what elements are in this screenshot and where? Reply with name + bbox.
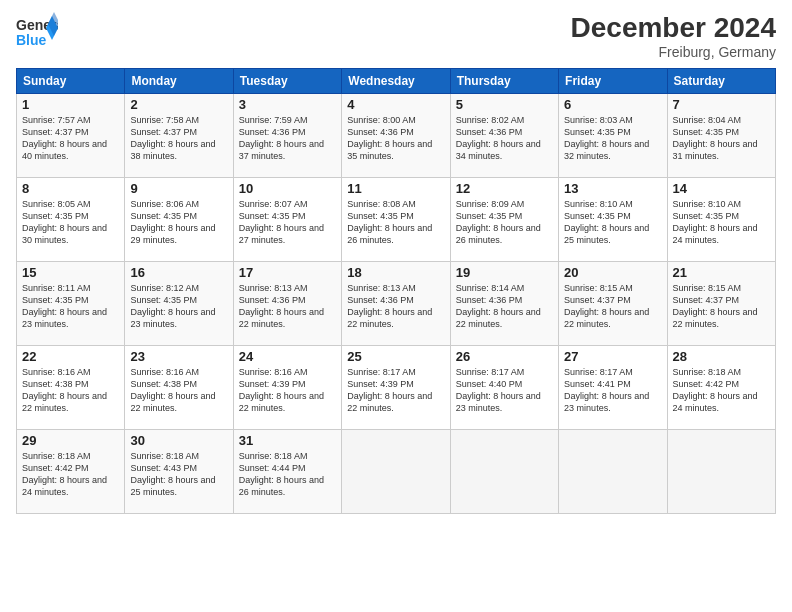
day-info: Sunrise: 8:11 AMSunset: 4:35 PMDaylight:… <box>22 282 119 331</box>
day-info: Sunrise: 8:17 AMSunset: 4:39 PMDaylight:… <box>347 366 444 415</box>
page-container: General Blue December 2024 Freiburg, Ger… <box>0 0 792 612</box>
calendar-header-row: SundayMondayTuesdayWednesdayThursdayFrid… <box>17 69 776 94</box>
day-number: 19 <box>456 265 553 280</box>
day-number: 23 <box>130 349 227 364</box>
day-number: 7 <box>673 97 770 112</box>
title-section: December 2024 Freiburg, Germany <box>571 12 776 60</box>
calendar-day-cell: 11Sunrise: 8:08 AMSunset: 4:35 PMDayligh… <box>342 178 450 262</box>
day-number: 31 <box>239 433 336 448</box>
day-number: 28 <box>673 349 770 364</box>
day-info: Sunrise: 7:57 AMSunset: 4:37 PMDaylight:… <box>22 114 119 163</box>
calendar-day-cell: 12Sunrise: 8:09 AMSunset: 4:35 PMDayligh… <box>450 178 558 262</box>
calendar-day-cell <box>450 430 558 514</box>
day-number: 20 <box>564 265 661 280</box>
day-number: 17 <box>239 265 336 280</box>
logo-icon: General Blue <box>16 12 58 50</box>
calendar-day-cell: 17Sunrise: 8:13 AMSunset: 4:36 PMDayligh… <box>233 262 341 346</box>
calendar-day-cell: 23Sunrise: 8:16 AMSunset: 4:38 PMDayligh… <box>125 346 233 430</box>
day-info: Sunrise: 8:16 AMSunset: 4:38 PMDaylight:… <box>130 366 227 415</box>
calendar-day-cell: 14Sunrise: 8:10 AMSunset: 4:35 PMDayligh… <box>667 178 775 262</box>
day-number: 9 <box>130 181 227 196</box>
calendar-week-row: 22Sunrise: 8:16 AMSunset: 4:38 PMDayligh… <box>17 346 776 430</box>
day-info: Sunrise: 8:18 AMSunset: 4:42 PMDaylight:… <box>673 366 770 415</box>
calendar-day-cell: 28Sunrise: 8:18 AMSunset: 4:42 PMDayligh… <box>667 346 775 430</box>
day-info: Sunrise: 8:09 AMSunset: 4:35 PMDaylight:… <box>456 198 553 247</box>
day-number: 11 <box>347 181 444 196</box>
day-number: 21 <box>673 265 770 280</box>
day-header-sunday: Sunday <box>17 69 125 94</box>
day-number: 26 <box>456 349 553 364</box>
calendar-week-row: 8Sunrise: 8:05 AMSunset: 4:35 PMDaylight… <box>17 178 776 262</box>
svg-text:Blue: Blue <box>16 32 47 48</box>
day-info: Sunrise: 8:13 AMSunset: 4:36 PMDaylight:… <box>347 282 444 331</box>
calendar-day-cell: 26Sunrise: 8:17 AMSunset: 4:40 PMDayligh… <box>450 346 558 430</box>
day-info: Sunrise: 8:16 AMSunset: 4:38 PMDaylight:… <box>22 366 119 415</box>
day-info: Sunrise: 8:05 AMSunset: 4:35 PMDaylight:… <box>22 198 119 247</box>
day-info: Sunrise: 8:00 AMSunset: 4:36 PMDaylight:… <box>347 114 444 163</box>
day-number: 3 <box>239 97 336 112</box>
calendar-day-cell: 24Sunrise: 8:16 AMSunset: 4:39 PMDayligh… <box>233 346 341 430</box>
day-number: 2 <box>130 97 227 112</box>
day-number: 8 <box>22 181 119 196</box>
day-info: Sunrise: 7:58 AMSunset: 4:37 PMDaylight:… <box>130 114 227 163</box>
calendar-day-cell: 5Sunrise: 8:02 AMSunset: 4:36 PMDaylight… <box>450 94 558 178</box>
calendar-day-cell: 1Sunrise: 7:57 AMSunset: 4:37 PMDaylight… <box>17 94 125 178</box>
day-info: Sunrise: 8:08 AMSunset: 4:35 PMDaylight:… <box>347 198 444 247</box>
calendar-day-cell: 31Sunrise: 8:18 AMSunset: 4:44 PMDayligh… <box>233 430 341 514</box>
calendar-week-row: 29Sunrise: 8:18 AMSunset: 4:42 PMDayligh… <box>17 430 776 514</box>
page-header: General Blue December 2024 Freiburg, Ger… <box>16 12 776 60</box>
day-number: 27 <box>564 349 661 364</box>
calendar-day-cell: 10Sunrise: 8:07 AMSunset: 4:35 PMDayligh… <box>233 178 341 262</box>
calendar-day-cell: 21Sunrise: 8:15 AMSunset: 4:37 PMDayligh… <box>667 262 775 346</box>
calendar-day-cell: 3Sunrise: 7:59 AMSunset: 4:36 PMDaylight… <box>233 94 341 178</box>
day-info: Sunrise: 8:18 AMSunset: 4:42 PMDaylight:… <box>22 450 119 499</box>
day-info: Sunrise: 8:10 AMSunset: 4:35 PMDaylight:… <box>673 198 770 247</box>
location-subtitle: Freiburg, Germany <box>571 44 776 60</box>
day-header-friday: Friday <box>559 69 667 94</box>
day-number: 24 <box>239 349 336 364</box>
day-number: 30 <box>130 433 227 448</box>
day-number: 18 <box>347 265 444 280</box>
day-number: 15 <box>22 265 119 280</box>
day-info: Sunrise: 8:04 AMSunset: 4:35 PMDaylight:… <box>673 114 770 163</box>
calendar-day-cell: 7Sunrise: 8:04 AMSunset: 4:35 PMDaylight… <box>667 94 775 178</box>
day-info: Sunrise: 8:03 AMSunset: 4:35 PMDaylight:… <box>564 114 661 163</box>
day-info: Sunrise: 8:15 AMSunset: 4:37 PMDaylight:… <box>673 282 770 331</box>
day-info: Sunrise: 8:02 AMSunset: 4:36 PMDaylight:… <box>456 114 553 163</box>
calendar-day-cell: 16Sunrise: 8:12 AMSunset: 4:35 PMDayligh… <box>125 262 233 346</box>
day-header-wednesday: Wednesday <box>342 69 450 94</box>
day-number: 6 <box>564 97 661 112</box>
month-title: December 2024 <box>571 12 776 44</box>
calendar-day-cell: 18Sunrise: 8:13 AMSunset: 4:36 PMDayligh… <box>342 262 450 346</box>
calendar-day-cell: 25Sunrise: 8:17 AMSunset: 4:39 PMDayligh… <box>342 346 450 430</box>
calendar-day-cell: 20Sunrise: 8:15 AMSunset: 4:37 PMDayligh… <box>559 262 667 346</box>
day-info: Sunrise: 8:06 AMSunset: 4:35 PMDaylight:… <box>130 198 227 247</box>
day-info: Sunrise: 8:14 AMSunset: 4:36 PMDaylight:… <box>456 282 553 331</box>
day-header-tuesday: Tuesday <box>233 69 341 94</box>
calendar-day-cell: 6Sunrise: 8:03 AMSunset: 4:35 PMDaylight… <box>559 94 667 178</box>
calendar-day-cell <box>667 430 775 514</box>
day-number: 4 <box>347 97 444 112</box>
day-info: Sunrise: 8:17 AMSunset: 4:41 PMDaylight:… <box>564 366 661 415</box>
calendar-day-cell: 13Sunrise: 8:10 AMSunset: 4:35 PMDayligh… <box>559 178 667 262</box>
day-info: Sunrise: 8:13 AMSunset: 4:36 PMDaylight:… <box>239 282 336 331</box>
calendar-day-cell: 9Sunrise: 8:06 AMSunset: 4:35 PMDaylight… <box>125 178 233 262</box>
day-number: 12 <box>456 181 553 196</box>
day-number: 5 <box>456 97 553 112</box>
day-info: Sunrise: 8:18 AMSunset: 4:43 PMDaylight:… <box>130 450 227 499</box>
day-info: Sunrise: 8:10 AMSunset: 4:35 PMDaylight:… <box>564 198 661 247</box>
calendar-day-cell: 29Sunrise: 8:18 AMSunset: 4:42 PMDayligh… <box>17 430 125 514</box>
day-number: 22 <box>22 349 119 364</box>
calendar-week-row: 1Sunrise: 7:57 AMSunset: 4:37 PMDaylight… <box>17 94 776 178</box>
day-header-saturday: Saturday <box>667 69 775 94</box>
day-number: 29 <box>22 433 119 448</box>
day-info: Sunrise: 7:59 AMSunset: 4:36 PMDaylight:… <box>239 114 336 163</box>
calendar-day-cell: 22Sunrise: 8:16 AMSunset: 4:38 PMDayligh… <box>17 346 125 430</box>
day-number: 14 <box>673 181 770 196</box>
day-number: 25 <box>347 349 444 364</box>
calendar-day-cell: 27Sunrise: 8:17 AMSunset: 4:41 PMDayligh… <box>559 346 667 430</box>
calendar-day-cell: 15Sunrise: 8:11 AMSunset: 4:35 PMDayligh… <box>17 262 125 346</box>
calendar-day-cell <box>559 430 667 514</box>
calendar-day-cell: 2Sunrise: 7:58 AMSunset: 4:37 PMDaylight… <box>125 94 233 178</box>
logo: General Blue <box>16 12 58 50</box>
